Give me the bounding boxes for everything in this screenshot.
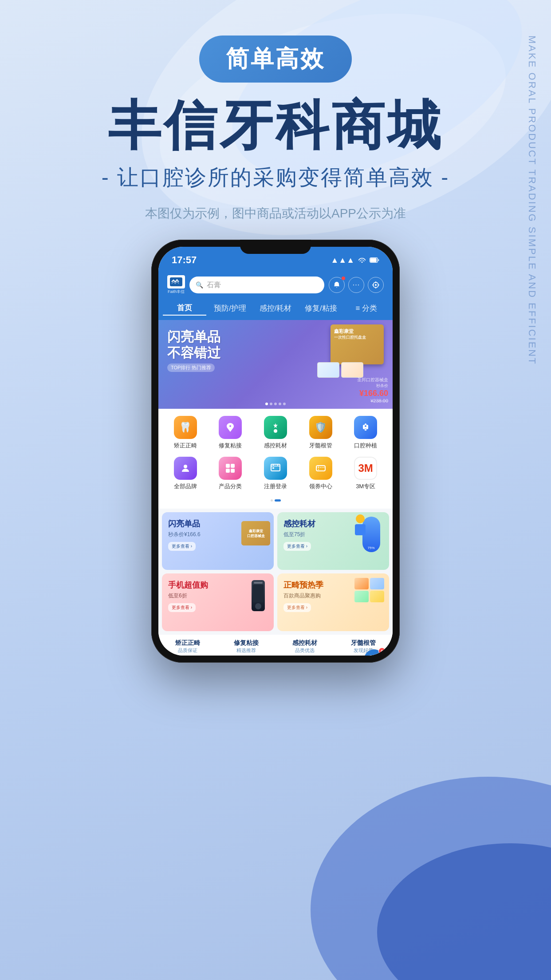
svg-rect-17 xyxy=(226,469,230,473)
promo-flash-btn[interactable]: 更多查看 › xyxy=(168,542,196,551)
promo-mobile-btn[interactable]: 更多查看 › xyxy=(168,603,196,612)
search-icon: 🔍 xyxy=(196,281,203,288)
cat-root-canal-icon: 🛡️ xyxy=(309,416,332,439)
nav-categories[interactable]: ≡ 分类 xyxy=(345,301,388,315)
dot-1 xyxy=(265,403,268,405)
header-actions: ··· xyxy=(329,277,384,293)
cat-coupons[interactable]: 领券中心 xyxy=(301,457,341,490)
product-box-label: 鑫彩康堂 一次性口腔托盘盒 xyxy=(334,328,366,340)
cat-orthodontics-label: 矫正正畸 xyxy=(174,442,197,450)
app-logo: Faith丰信 xyxy=(167,275,185,295)
cat-implant-label: 口腔种植 xyxy=(354,442,377,450)
cat-infection-label: 感控耗材 xyxy=(264,442,287,450)
promo-card-flash[interactable]: 闪亮单品 秒杀价¥166.6 更多查看 › 鑫彩康堂口腔器械盒 xyxy=(162,512,274,570)
more-btn[interactable]: ··· xyxy=(348,277,364,293)
logo-text: Faith丰信 xyxy=(168,289,185,295)
subtitle: - 让口腔诊所的采购变得简单高效 - xyxy=(0,163,551,192)
page-dot-1 xyxy=(271,499,273,502)
nav-bar: 首页 预防/护理 感控/耗材 修复/粘接 ≡ 分类 xyxy=(158,301,393,320)
disclaimer: 本图仅为示例，图中商品或活动以APP公示为准 xyxy=(0,205,551,222)
category-row-1: 🦷 矫正正畸 修复粘接 感控耗材 xyxy=(163,416,388,450)
cat-product-types-label: 产品分类 xyxy=(219,482,242,490)
dot-3 xyxy=(274,403,277,405)
cat-implant[interactable]: 口腔种植 xyxy=(346,416,386,450)
banner-product-image: 鑫彩康堂 一次性口腔托盘盒 xyxy=(317,324,388,382)
promo-card-infection[interactable]: 感控耗材 低至75折 更多查看 › 75% xyxy=(277,512,389,570)
wifi-icon xyxy=(358,256,366,265)
cat-register-icon xyxy=(264,457,287,480)
cat-product-types-icon xyxy=(219,457,242,480)
cat-infection[interactable]: 感控耗材 xyxy=(256,416,295,450)
banner-dots xyxy=(265,403,286,405)
cat-product-types[interactable]: 产品分类 xyxy=(210,457,250,490)
banner-price-original: ¥238.00 xyxy=(357,398,388,403)
banner-title-line1: 闪亮单品 xyxy=(167,329,220,345)
cart-badge: 0 xyxy=(378,648,386,655)
cat-orthodontics[interactable]: 🦷 矫正正畸 xyxy=(165,416,205,450)
banner-content: 闪亮单品 不容错过 TOP排行 热门推荐 xyxy=(167,329,220,372)
promo-infection-figure xyxy=(354,514,367,537)
banner[interactable]: 闪亮单品 不容错过 TOP排行 热门推荐 鑫彩康堂 一次性口腔托盘盒 xyxy=(158,320,393,409)
cat-3m-icon: 3M xyxy=(354,457,377,480)
dot-4 xyxy=(279,403,281,405)
svg-point-14 xyxy=(184,465,187,468)
signal-icon: ▲▲▲ xyxy=(331,256,354,265)
phone-mockup: 17:57 ▲▲▲ xyxy=(0,240,551,663)
cat-coupons-label: 领券中心 xyxy=(309,482,332,490)
target-btn[interactable] xyxy=(368,277,384,293)
promo-orthodontic-btn[interactable]: 更多查看 › xyxy=(283,603,311,612)
app-header: Faith丰信 🔍 石膏 ··· xyxy=(158,270,393,301)
logo-icon xyxy=(167,275,185,288)
svg-rect-16 xyxy=(231,464,235,468)
cat-3m-text: 3M xyxy=(358,462,373,474)
bottom-orthodontics: 矫正正畸 品质保证 xyxy=(158,639,217,654)
notification-btn[interactable] xyxy=(329,277,345,293)
promo-flash-img: 鑫彩康堂口腔器械盒 xyxy=(241,521,270,545)
cat-3m-zone[interactable]: 3M 3M专区 xyxy=(346,457,386,490)
nav-home[interactable]: 首页 xyxy=(163,301,206,316)
top-section: 简单高效 丰信牙科商城 - 让口腔诊所的采购变得简单高效 - 本图仅为示例，图中… xyxy=(0,0,551,222)
cat-all-brands[interactable]: 全部品牌 xyxy=(165,457,205,490)
status-icons: ▲▲▲ xyxy=(331,256,379,265)
cat-coupons-icon xyxy=(309,457,332,480)
svg-rect-6 xyxy=(370,258,377,262)
battery-icon xyxy=(370,256,379,265)
nav-infection[interactable]: 感控/耗材 xyxy=(254,301,297,315)
cat-root-canal[interactable]: 🛡️ 牙髓根管 xyxy=(301,416,341,450)
svg-rect-20 xyxy=(272,467,274,469)
promo-card-orthodontic[interactable]: 正畸预热季 百款商品聚惠购 更多查看 › xyxy=(277,573,389,631)
nav-repair[interactable]: 修复/粘接 xyxy=(299,301,342,315)
nav-prevention[interactable]: 预防/护理 xyxy=(208,301,252,315)
bottom-repair-sub: 精选推荐 xyxy=(217,647,276,654)
cat-orthodontics-icon: 🦷 xyxy=(174,416,197,439)
page-indicator xyxy=(163,498,388,505)
promo-orthodontic-img xyxy=(354,578,386,602)
promo-card-mobile[interactable]: 手机超值购 低至6折 更多查看 › xyxy=(162,573,274,631)
bottom-infection: 感控耗材 品类优选 xyxy=(276,639,334,654)
cat-repair[interactable]: 修复粘接 xyxy=(210,416,250,450)
search-bar[interactable]: 🔍 石膏 xyxy=(189,277,324,293)
cat-all-brands-icon xyxy=(174,457,197,480)
dot-5 xyxy=(283,403,286,405)
cat-infection-icon xyxy=(264,416,287,439)
phone-outer-frame: 17:57 ▲▲▲ xyxy=(151,240,400,663)
cat-root-canal-label: 牙髓根管 xyxy=(309,442,332,450)
svg-point-4 xyxy=(377,843,551,980)
bottom-repair-title: 修复粘接 xyxy=(217,639,276,647)
cat-register[interactable]: 注册登录 xyxy=(256,457,295,490)
category-row-2: 全部品牌 产品分类 注册登录 xyxy=(163,457,388,490)
bottom-repair: 修复粘接 精选推荐 xyxy=(217,639,276,654)
svg-rect-19 xyxy=(271,464,280,471)
promo-mobile-img xyxy=(252,580,265,611)
bottom-orthodontics-sub: 品质保证 xyxy=(158,647,217,654)
bottom-infection-sub: 品类优选 xyxy=(276,647,334,654)
phone-screen: 17:57 ▲▲▲ xyxy=(158,247,393,656)
cat-repair-icon xyxy=(219,416,242,439)
search-placeholder-text: 石膏 xyxy=(207,281,221,290)
product-box: 鑫彩康堂 一次性口腔托盘盒 xyxy=(331,324,384,364)
cat-register-label: 注册登录 xyxy=(264,482,287,490)
svg-rect-18 xyxy=(231,469,235,473)
banner-rank-tag: TOP排行 热门推荐 xyxy=(167,364,215,372)
product-small-items xyxy=(317,362,363,378)
promo-infection-btn[interactable]: 更多查看 › xyxy=(283,542,311,551)
